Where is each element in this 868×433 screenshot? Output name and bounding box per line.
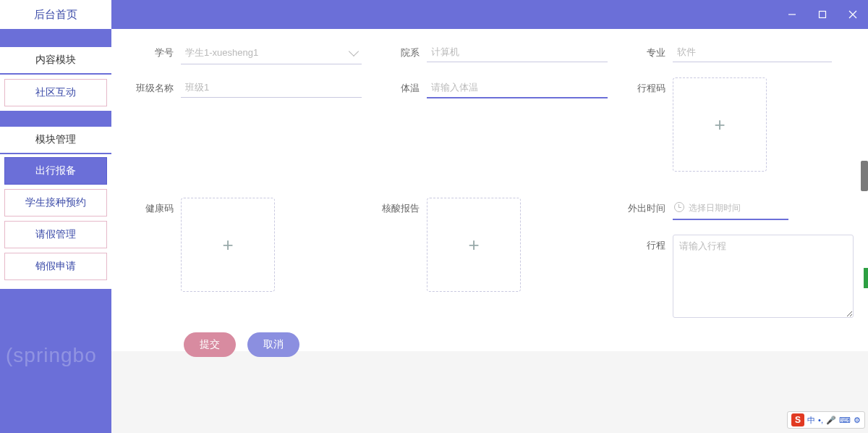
ime-logo-icon: S	[791, 413, 804, 426]
ime-toolbar[interactable]: S 中 •, 🎤 ⌨ ⚙	[787, 411, 865, 429]
label-nat-report: 核酸报告	[378, 198, 427, 215]
label-out-time: 外出时间	[624, 198, 673, 220]
scrollbar-thumb[interactable]	[861, 161, 868, 191]
cancel-button[interactable]: 取消	[247, 332, 299, 357]
label-major: 专业	[624, 42, 673, 59]
submit-button[interactable]: 提交	[184, 332, 236, 357]
window-maximize-button[interactable]	[807, 0, 838, 29]
window-close-button[interactable]	[838, 0, 868, 29]
label-student-id: 学号	[132, 42, 181, 59]
sidebar-item-cancel-leave[interactable]: 销假申请	[4, 253, 107, 280]
temperature-input[interactable]	[427, 77, 608, 98]
department-input[interactable]	[427, 42, 608, 62]
chevron-down-icon	[349, 46, 359, 56]
ime-keyboard-icon[interactable]: ⌨	[839, 416, 851, 425]
sidebar-home[interactable]: 后台首页	[0, 0, 111, 29]
health-code-upload[interactable]: +	[181, 198, 275, 292]
svg-rect-1	[820, 12, 826, 18]
label-department: 院系	[378, 42, 427, 59]
clock-icon	[674, 202, 684, 212]
nat-report-upload[interactable]: +	[427, 198, 521, 292]
out-time-picker[interactable]: 选择日期时间	[673, 198, 788, 220]
student-id-value: 学生1-xuesheng1	[185, 47, 258, 58]
sidebar: 后台首页 内容模块 社区互动 模块管理 出行报备 学生接种预约 请假管理 销假申…	[0, 0, 111, 433]
major-input[interactable]	[673, 42, 832, 62]
ime-punct-icon[interactable]: •,	[818, 416, 823, 424]
sidebar-group-content[interactable]: 内容模块	[0, 47, 111, 75]
out-time-placeholder: 选择日期时间	[689, 203, 741, 213]
sidebar-item-community[interactable]: 社区互动	[4, 79, 107, 106]
sidebar-item-vaccine[interactable]: 学生接种预约	[4, 189, 107, 216]
travel-code-upload[interactable]: +	[673, 77, 767, 172]
main-form: 学号 学生1-xuesheng1 院系 专业 班级名称 体温 行程码 +	[111, 29, 868, 351]
label-health-code: 健康码	[132, 198, 181, 215]
watermark-text: (springbo	[6, 344, 97, 367]
ime-lang[interactable]: 中	[807, 415, 815, 426]
itinerary-textarea[interactable]	[673, 235, 854, 318]
label-itinerary: 行程	[624, 235, 673, 318]
class-input[interactable]	[181, 77, 362, 98]
ime-settings-icon[interactable]: ⚙	[854, 416, 861, 425]
window-titlebar	[111, 0, 868, 29]
student-id-select[interactable]: 学生1-xuesheng1	[181, 42, 362, 64]
sidebar-item-leave[interactable]: 请假管理	[4, 221, 107, 248]
window-minimize-button[interactable]	[777, 0, 807, 29]
plus-icon: +	[714, 114, 725, 136]
plus-icon: +	[468, 234, 479, 256]
ime-voice-icon[interactable]: 🎤	[826, 416, 836, 425]
label-temperature: 体温	[378, 77, 427, 95]
sidebar-group-module[interactable]: 模块管理	[0, 127, 111, 154]
scrollbar-thumb-alt[interactable]	[864, 268, 868, 288]
sidebar-item-travel-report[interactable]: 出行报备	[4, 157, 107, 185]
plus-icon: +	[222, 234, 233, 256]
label-class: 班级名称	[132, 77, 181, 95]
label-travel-code: 行程码	[624, 77, 673, 95]
